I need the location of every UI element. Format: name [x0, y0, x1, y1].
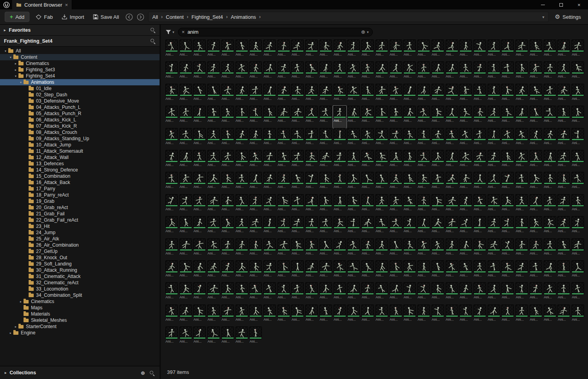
asset-item[interactable]: Ani... [165, 61, 178, 83]
asset-item[interactable]: Ani... [375, 216, 388, 238]
asset-item[interactable]: Ani... [263, 238, 276, 260]
asset-item[interactable]: Ani... [305, 128, 319, 150]
asset-item[interactable]: Ani... [235, 84, 249, 106]
asset-item[interactable]: Ani... [515, 61, 529, 83]
asset-item[interactable]: Ani... [417, 216, 431, 238]
asset-item[interactable]: Ani... [375, 84, 388, 106]
search-input[interactable] [187, 29, 358, 35]
asset-item[interactable]: Ani... [445, 260, 459, 282]
asset-item[interactable]: Ani... [361, 128, 375, 150]
asset-item[interactable]: Ani... [501, 238, 515, 260]
asset-item[interactable]: Ani... [459, 84, 473, 106]
asset-item[interactable]: Ani... [445, 238, 459, 260]
asset-item[interactable]: Ani... [543, 84, 557, 106]
asset-item[interactable]: Ani... [193, 40, 207, 61]
asset-item[interactable]: Ani... [459, 216, 473, 238]
asset-item[interactable]: Ani... [249, 128, 263, 150]
asset-item[interactable]: Ani... [375, 61, 388, 83]
asset-item[interactable]: Ani... [333, 128, 347, 150]
asset-item[interactable]: Ani... [179, 194, 192, 216]
asset-item[interactable]: Ani... [557, 84, 571, 106]
asset-item[interactable]: Ani... [277, 84, 290, 106]
asset-item[interactable]: Ani... [557, 238, 571, 260]
asset-item[interactable]: Ani... [445, 61, 459, 83]
asset-item[interactable]: Ani... [375, 106, 388, 128]
expand-arrow-icon[interactable]: ▸ [18, 300, 23, 303]
asset-item[interactable]: Ani... [571, 282, 585, 304]
asset-item[interactable]: Ani... [347, 172, 361, 194]
asset-item[interactable]: Ani... [431, 238, 445, 260]
tree-item-07_attacks_kick_r[interactable]: 07_Attacks_Kick_R [0, 123, 160, 129]
asset-item[interactable]: Ani... [193, 216, 207, 238]
asset-item[interactable]: Ani... [333, 282, 347, 304]
asset-item[interactable]: Ani... [375, 194, 388, 216]
asset-item[interactable]: Ani... [557, 282, 571, 304]
asset-item[interactable]: Ani... [417, 61, 431, 83]
asset-item[interactable]: Ani... [179, 84, 192, 106]
expand-arrow-icon[interactable]: ▸ [13, 325, 18, 328]
add-collection-icon[interactable]: ⊕ [141, 370, 145, 376]
asset-item[interactable]: Ani... [487, 216, 501, 238]
asset-item[interactable]: Ani... [403, 128, 417, 150]
asset-item[interactable]: Ani... [319, 40, 332, 61]
tree-item-18_parry_react[interactable]: 18_Parry_reAct [0, 192, 160, 198]
path-dropdown-chevron-icon[interactable]: ▾ [543, 15, 544, 19]
asset-item[interactable]: Ani... [179, 40, 192, 61]
expand-arrow-icon[interactable]: ▸ [13, 62, 18, 65]
asset-item[interactable]: Ani... [165, 216, 178, 238]
asset-item[interactable]: Ani... [459, 150, 473, 172]
asset-item[interactable]: Ani... [305, 40, 319, 61]
expand-arrow-icon[interactable]: ▾ [8, 56, 13, 59]
tree-item-13_defences[interactable]: 13_Defences [0, 161, 160, 167]
asset-item[interactable]: Ani... [263, 305, 276, 327]
asset-item[interactable]: Ani... [249, 238, 263, 260]
asset-item[interactable]: Ani... [445, 84, 459, 106]
settings-button[interactable]: ⚙ Settings [553, 12, 583, 22]
asset-item[interactable]: Ani... [529, 150, 543, 172]
asset-item[interactable]: Ani... [459, 128, 473, 150]
asset-item[interactable]: Ani... [319, 194, 332, 216]
asset-item[interactable]: Ani... [207, 106, 221, 128]
asset-item[interactable]: Ani... [221, 305, 234, 327]
tree-item-21_grab_fail[interactable]: 21_Grab_Fail [0, 211, 160, 217]
asset-item[interactable]: Ani... [431, 128, 445, 150]
asset-item[interactable]: Ani... [319, 172, 332, 194]
asset-item[interactable]: Ani... [333, 172, 347, 194]
expand-arrow-icon[interactable]: ▾ [18, 81, 23, 84]
asset-item[interactable]: Ani... [291, 260, 305, 282]
asset-item[interactable]: Ani... [235, 194, 249, 216]
filter-button[interactable]: ▾ [165, 29, 174, 35]
asset-item[interactable]: Ani... [571, 84, 585, 106]
asset-item[interactable]: Ani... [291, 305, 305, 327]
asset-item[interactable]: Ani... [291, 150, 305, 172]
asset-item[interactable]: Ani... [515, 260, 529, 282]
asset-item[interactable]: Ani... [473, 128, 486, 150]
asset-item[interactable]: Ani... [333, 238, 347, 260]
asset-item[interactable]: Ani... [193, 327, 207, 348]
save-all-button[interactable]: Save All [91, 13, 122, 22]
asset-item[interactable]: Ani... [515, 106, 529, 128]
asset-item[interactable]: Ani... [445, 128, 459, 150]
asset-item[interactable]: Ani... [403, 282, 417, 304]
asset-item[interactable]: Ani... [291, 238, 305, 260]
asset-item[interactable]: Ani... [389, 84, 403, 106]
asset-item[interactable]: Ani... [249, 260, 263, 282]
asset-item[interactable]: Ani... [403, 216, 417, 238]
asset-item[interactable]: Ani... [445, 216, 459, 238]
asset-item[interactable]: Ani... [319, 260, 332, 282]
asset-item[interactable]: Ani... [333, 150, 347, 172]
asset-item[interactable]: Ani... [557, 106, 571, 128]
asset-item[interactable]: Ani... [445, 40, 459, 61]
asset-item[interactable]: Ani... [193, 238, 207, 260]
asset-item[interactable]: Ani... [459, 172, 473, 194]
tree-item-materials[interactable]: Materials [0, 311, 160, 317]
asset-item[interactable]: Ani... [473, 172, 486, 194]
asset-item[interactable]: Ani... [193, 260, 207, 282]
asset-item[interactable]: Ani... [389, 238, 403, 260]
asset-item[interactable]: Ani... [235, 172, 249, 194]
asset-item[interactable]: Ani... [361, 216, 375, 238]
asset-item[interactable]: Ani... [389, 216, 403, 238]
asset-item[interactable]: Ani... [445, 305, 459, 327]
asset-item[interactable]: Ani... [487, 84, 501, 106]
asset-item[interactable]: Ani... [207, 238, 221, 260]
